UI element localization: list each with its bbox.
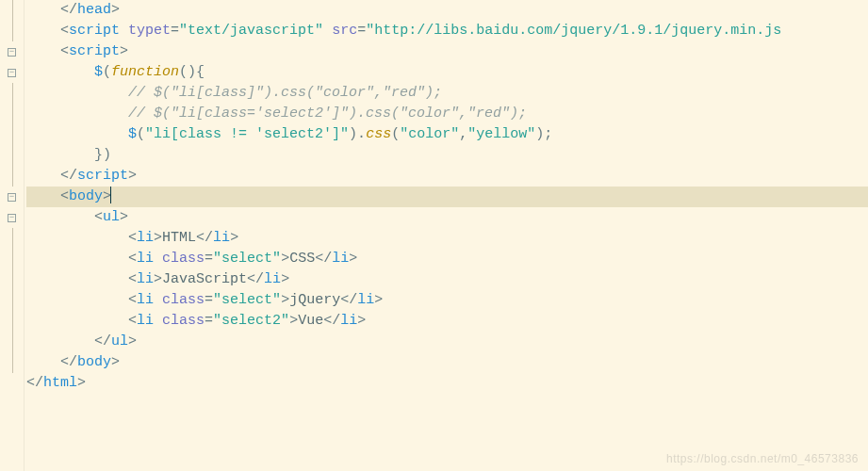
gutter-row: − xyxy=(0,62,24,83)
gutter-row xyxy=(0,332,24,352)
code-line[interactable]: $(function(){ xyxy=(26,62,868,83)
gutter-row xyxy=(0,373,24,394)
code-line[interactable]: <li>JavaScript</li> xyxy=(26,269,868,290)
code-line[interactable]: <li>HTML</li> xyxy=(26,228,868,249)
code-line[interactable]: </ul> xyxy=(26,332,868,352)
code-line[interactable]: $("li[class != 'select2']").css("color",… xyxy=(26,124,868,145)
gutter-row xyxy=(0,104,24,124)
text-cursor xyxy=(110,187,111,203)
code-line[interactable]: <script typet="text/javascript" src="htt… xyxy=(26,21,868,41)
gutter-row xyxy=(0,290,24,311)
gutter-row: − xyxy=(0,207,24,228)
gutter-row xyxy=(0,352,24,373)
code-editor[interactable]: − − − − </head> <script typet="text/java… xyxy=(0,0,868,471)
code-line[interactable]: // $("li[class='select2']").css("color",… xyxy=(26,104,868,124)
gutter-row xyxy=(0,145,24,166)
gutter-row xyxy=(0,0,24,21)
code-line[interactable]: <li class="select">CSS</li> xyxy=(26,249,868,269)
gutter-row xyxy=(0,124,24,145)
code-line[interactable]: <li class="select">jQuery</li> xyxy=(26,290,868,311)
gutter-row: − xyxy=(0,187,24,207)
code-line[interactable]: <li class="select2">Vue</li> xyxy=(26,311,868,332)
code-area[interactable]: </head> <script typet="text/javascript" … xyxy=(25,0,868,471)
fold-open-icon[interactable]: − xyxy=(8,69,16,77)
gutter-row xyxy=(0,311,24,332)
gutter-row xyxy=(0,228,24,249)
watermark: https://blog.csdn.net/m0_46573836 xyxy=(666,452,859,465)
code-line[interactable]: </body> xyxy=(26,352,868,373)
gutter-row xyxy=(0,21,24,41)
code-line[interactable]: <ul> xyxy=(26,207,868,228)
fold-open-icon[interactable]: − xyxy=(8,193,16,202)
gutter-row: − xyxy=(0,41,24,62)
gutter-row xyxy=(0,269,24,290)
code-line[interactable]: }) xyxy=(26,145,868,166)
fold-open-icon[interactable]: − xyxy=(8,48,16,57)
fold-gutter: − − − − xyxy=(0,0,25,471)
code-line[interactable]: </head> xyxy=(26,0,868,21)
code-line-active[interactable]: <body> xyxy=(26,187,868,207)
code-line[interactable]: </script> xyxy=(26,166,868,187)
code-line[interactable]: // $("li[class]").css("color","red"); xyxy=(26,83,868,104)
gutter-row xyxy=(0,83,24,104)
gutter-row xyxy=(0,249,24,269)
gutter-row xyxy=(0,166,24,187)
code-line[interactable]: </html> xyxy=(26,373,868,394)
code-line[interactable]: <script> xyxy=(26,41,868,62)
fold-open-icon[interactable]: − xyxy=(8,214,16,222)
